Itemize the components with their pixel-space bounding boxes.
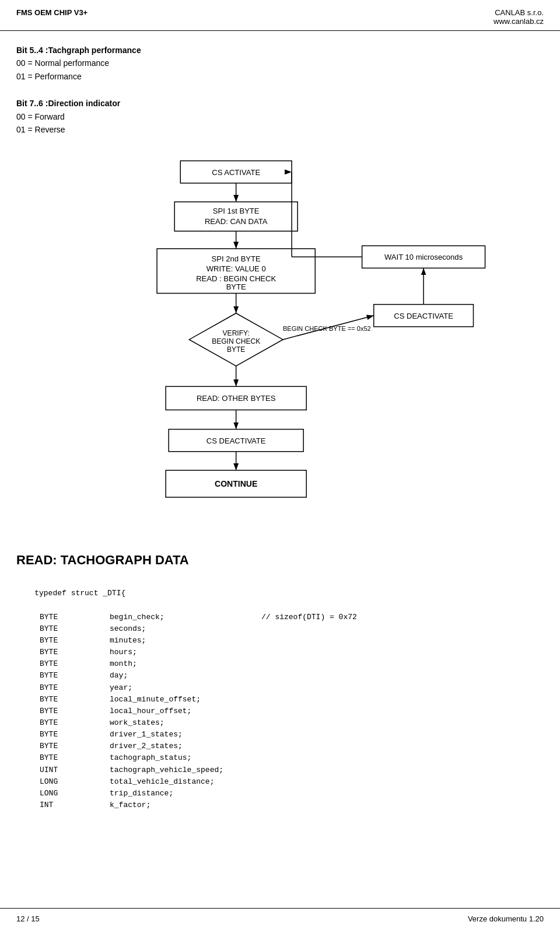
svg-text:BEGIN CHECK BYTE == 0x52: BEGIN CHECK BYTE == 0x52 xyxy=(283,325,371,332)
svg-text:CS ACTIVATE: CS ACTIVATE xyxy=(212,168,260,177)
code-field-line: BYTEdriver_1_states; xyxy=(16,729,544,741)
code-fields: BYTEbegin_check;// sizeof(DTI) = 0x72BYT… xyxy=(16,612,544,811)
svg-text:CONTINUE: CONTINUE xyxy=(215,479,257,488)
code-field-line: LONGtrip_distance; xyxy=(16,788,544,799)
code-field-line: BYTEday; xyxy=(16,670,544,682)
version: Verze dokumentu 1.20 xyxy=(468,914,544,923)
flowchart-svg: CS ACTIVATE SPI 1st BYTE READ: CAN DATA … xyxy=(16,150,544,547)
code-field-line: BYTEminutes; xyxy=(16,635,544,647)
page-footer: 12 / 15 Verze dokumentu 1.20 xyxy=(0,908,560,929)
bit-title-2: Bit 7..6 :Direction indicator xyxy=(16,99,120,108)
code-field-line: BYTEtachograph_status; xyxy=(16,752,544,764)
header-title: FMS OEM CHIP V3+ xyxy=(16,8,88,17)
code-field-line: UINTtachograph_vehicle_speed; xyxy=(16,764,544,776)
code-field-line: BYTEseconds; xyxy=(16,623,544,635)
section-title: READ: TACHOGRAPH DATA xyxy=(16,553,544,568)
code-typedef: typedef struct _DTI{ xyxy=(34,589,125,598)
svg-text:SPI 2nd BYTE: SPI 2nd BYTE xyxy=(212,255,261,264)
page-header: FMS OEM CHIP V3+ CANLAB s.r.o. www.canla… xyxy=(0,0,560,31)
code-field-line: BYTElocal_hour_offset; xyxy=(16,706,544,717)
svg-text:READ: CAN DATA: READ: CAN DATA xyxy=(205,217,268,226)
header-brand: CANLAB s.r.o. www.canlab.cz xyxy=(494,8,544,26)
bit-section-2: Bit 7..6 :Direction indicator 00 = Forwa… xyxy=(16,97,544,136)
main-content: Bit 5..4 :Tachgraph performance 00 = Nor… xyxy=(0,31,560,823)
svg-text:WAIT 10 microseconds: WAIT 10 microseconds xyxy=(384,253,463,262)
code-field-line: LONGtotal_vehicle_distance; xyxy=(16,776,544,788)
brand-line1: CANLAB s.r.o. xyxy=(494,8,544,17)
code-field-line: BYTElocal_minute_offset; xyxy=(16,694,544,706)
code-block: typedef struct _DTI{ xyxy=(16,576,544,611)
bit-line2-1: 01 = Performance xyxy=(16,70,544,83)
code-field-line: BYTEwork_states; xyxy=(16,717,544,729)
bit-line2-2: 01 = Reverse xyxy=(16,123,544,136)
flowchart: CS ACTIVATE SPI 1st BYTE READ: CAN DATA … xyxy=(16,150,544,547)
code-field-line: BYTEdriver_2_states; xyxy=(16,741,544,752)
bit-title-1: Bit 5..4 :Tachgraph performance xyxy=(16,46,141,55)
svg-text:BYTE: BYTE xyxy=(226,282,246,291)
page-number: 12 / 15 xyxy=(16,914,40,923)
code-field-line: BYTEbegin_check;// sizeof(DTI) = 0x72 xyxy=(16,612,544,623)
svg-text:READ: OTHER BYTES: READ: OTHER BYTES xyxy=(197,394,276,403)
bit-line1-2: 00 = Forward xyxy=(16,110,544,123)
svg-text:BEGIN CHECK: BEGIN CHECK xyxy=(212,337,260,345)
code-field-line: BYTEyear; xyxy=(16,682,544,694)
svg-text:SPI 1st BYTE: SPI 1st BYTE xyxy=(213,207,260,215)
svg-text:VERIFY:: VERIFY: xyxy=(223,329,250,337)
brand-line2: www.canlab.cz xyxy=(494,17,544,26)
bit-line1-1: 00 = Normal performance xyxy=(16,57,544,69)
svg-text:BYTE: BYTE xyxy=(227,345,245,354)
code-field-line: INTk_factor; xyxy=(16,799,544,811)
svg-text:CS DEACTIVATE: CS DEACTIVATE xyxy=(394,312,453,320)
svg-text:CS DEACTIVATE: CS DEACTIVATE xyxy=(206,436,266,445)
bit-section-1: Bit 5..4 :Tachgraph performance 00 = Nor… xyxy=(16,44,544,83)
code-field-line: BYTEmonth; xyxy=(16,658,544,670)
svg-text:WRITE: VALUE 0: WRITE: VALUE 0 xyxy=(206,265,266,274)
code-field-line: BYTEhours; xyxy=(16,647,544,658)
